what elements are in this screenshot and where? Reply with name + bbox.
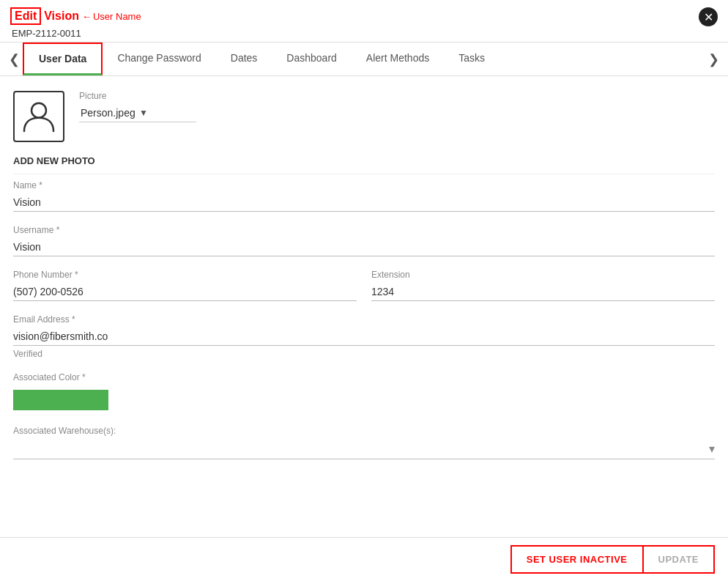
set-user-inactive-button[interactable]: SET USER INACTIVE (510, 545, 644, 574)
username-field-group: Username * (13, 225, 715, 256)
color-field-group: Associated Color * (13, 372, 715, 412)
page-header: Edit Vision ← User Name EMP-2112-0011 (0, 0, 728, 42)
email-label: Email Address * (13, 314, 715, 325)
tab-user-data[interactable]: User Data (23, 42, 103, 75)
tab-prev-button[interactable]: ❮ (6, 47, 23, 72)
tab-change-password[interactable]: Change Password (103, 43, 215, 75)
name-field-group: Name * (13, 180, 715, 212)
footer-bar: SET USER INACTIVE UPDATE (0, 537, 728, 581)
update-button[interactable]: UPDATE (644, 545, 715, 574)
add-photo-button[interactable]: ADD NEW PHOTO (13, 154, 95, 168)
tab-alert-methods[interactable]: Alert Methods (352, 43, 444, 75)
photo-section: Picture Person.jpeg ▼ (13, 91, 715, 142)
color-swatch[interactable] (13, 390, 108, 410)
tab-dates[interactable]: Dates (216, 43, 272, 75)
name-label: Name * (13, 180, 715, 190)
avatar-icon (13, 91, 64, 142)
warehouse-label: Associated Warehouse(s): (13, 426, 715, 436)
extension-field-group: Extension (371, 270, 715, 301)
extension-label: Extension (371, 270, 715, 280)
warehouse-dropdown-icon: ▾ (709, 442, 715, 456)
username-label: Username * (13, 225, 715, 235)
warehouse-field-group: Associated Warehouse(s): ▾ (13, 426, 715, 459)
picture-dropdown[interactable]: Person.jpeg ▼ (79, 104, 196, 122)
phone-label: Phone Number * (13, 270, 357, 280)
username-input[interactable] (13, 238, 715, 256)
phone-field-group: Phone Number * (13, 270, 371, 301)
email-field-group: Email Address * Verified (13, 314, 715, 359)
edit-label: Edit (10, 7, 41, 25)
email-input[interactable] (13, 327, 715, 346)
tab-next-button[interactable]: ❯ (705, 47, 722, 72)
warehouse-row: ▾ (13, 439, 715, 459)
picture-value: Person.jpeg (81, 107, 136, 119)
close-button[interactable]: ✕ (699, 7, 718, 26)
svg-point-0 (31, 103, 46, 118)
verified-tag: Verified (13, 349, 715, 359)
tabs-bar: ❮ User Data Change Password Dates Dashbo… (0, 42, 728, 76)
arrow-indicator: ← User Name (82, 11, 141, 22)
tab-tasks[interactable]: Tasks (444, 43, 499, 75)
name-input[interactable] (13, 193, 715, 212)
user-name-tag: User Name (93, 11, 141, 22)
phone-extension-row: Phone Number * Extension (13, 270, 715, 314)
warehouse-input[interactable] (13, 443, 709, 455)
phone-input[interactable] (13, 283, 357, 301)
dropdown-arrow-icon: ▼ (139, 108, 195, 118)
user-name-display: Vision (44, 10, 79, 23)
emp-id: EMP-2112-0011 (12, 28, 718, 39)
tab-dashboard[interactable]: Dashboard (272, 43, 352, 75)
extension-input[interactable] (371, 283, 715, 301)
main-content: Picture Person.jpeg ▼ ADD NEW PHOTO Name… (0, 76, 728, 546)
picture-label: Picture (79, 91, 196, 101)
color-label: Associated Color * (13, 372, 715, 382)
